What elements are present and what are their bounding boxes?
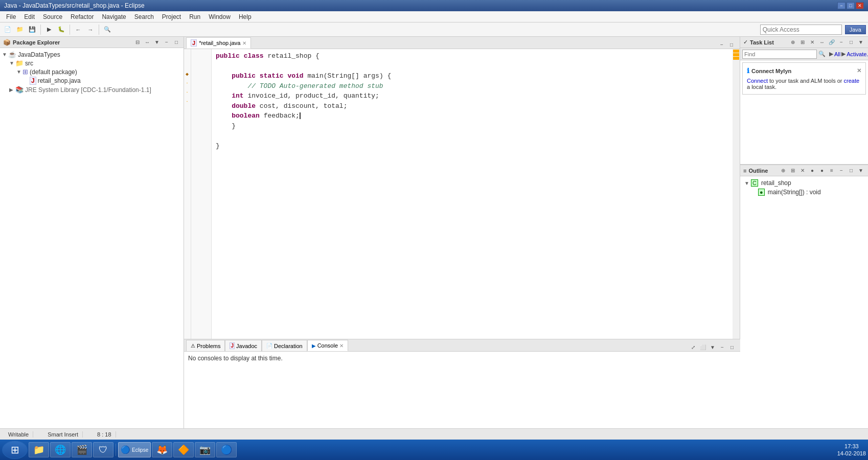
menu-file[interactable]: File <box>2 12 20 21</box>
editor-minimize-button[interactable]: − <box>718 40 726 49</box>
taskbar-firefox[interactable]: 🦊 <box>152 442 172 457</box>
tree-item-default-package[interactable]: ▼ ⊞ (default package) <box>0 67 184 76</box>
toolbar-save[interactable]: 💾 <box>27 24 38 35</box>
task-list-btn-4[interactable]: ↔ <box>818 38 826 47</box>
connect-mylyn-text-1: to your task and ALM tools or <box>769 78 844 84</box>
task-list-btn-1[interactable]: ⊕ <box>789 38 797 47</box>
toolbar-open[interactable]: 📁 <box>14 24 26 35</box>
outline-menu-button[interactable]: ▼ <box>857 167 865 175</box>
console-toolbar-btn-1[interactable]: ⤢ <box>689 343 697 351</box>
vlc-icon: 🔶 <box>178 444 189 455</box>
task-list-maximize-button[interactable]: □ <box>847 38 855 47</box>
tree-item-retail-shop-java[interactable]: J retail_shop.java <box>0 76 184 85</box>
toolbar-run[interactable]: ▶ <box>43 24 55 35</box>
java-perspective-button[interactable]: Java <box>845 25 866 34</box>
bottom-tab-console[interactable]: ▶ Console ✕ <box>307 340 348 351</box>
console-toolbar-btn-3[interactable]: ▼ <box>709 343 717 351</box>
outline-item-main[interactable]: ● main(String[]) : void <box>742 188 866 197</box>
start-button[interactable]: ⊞ <box>2 441 28 459</box>
tree-arrow: ▼ <box>16 69 21 75</box>
outline-item-retail-shop[interactable]: ▼ C retail_shop <box>742 178 866 188</box>
connect-mylyn-text-2: a local task. <box>747 84 776 90</box>
editor-tab-retail-shop[interactable]: J *retail_shop.java ✕ <box>186 37 251 49</box>
menu-edit[interactable]: Edit <box>20 12 39 21</box>
outline-btn-1[interactable]: ⊕ <box>779 167 787 175</box>
outline-btn-6[interactable]: ≡ <box>828 167 836 175</box>
minimize-button[interactable]: − <box>837 2 846 9</box>
bottom-tab-javadoc[interactable]: J Javadoc <box>225 340 262 351</box>
menu-navigate[interactable]: Navigate <box>98 12 130 21</box>
taskbar-app[interactable]: 🔵 <box>216 442 237 457</box>
menu-refactor[interactable]: Refactor <box>66 12 98 21</box>
taskbar-cam[interactable]: 📷 <box>195 442 215 457</box>
bottom-tab-declaration[interactable]: 📄 Declaration <box>262 340 307 351</box>
editor-content[interactable]: ◆ ⬝ ⬝ ⬝ <box>184 49 740 339</box>
method-icon: ● <box>758 189 765 196</box>
toolbar-separator-1 <box>40 25 41 35</box>
taskbar-vlc[interactable]: 🔶 <box>173 442 194 457</box>
toolbar-new[interactable]: 📄 <box>2 24 13 35</box>
task-list-minimize-button[interactable]: − <box>837 38 846 47</box>
task-list-panel: ✓ Task List ⊕ ⊞ ✕ ↔ 🔗 − □ ▼ 🔍 ▶ <box>740 37 868 165</box>
outline-btn-3[interactable]: ✕ <box>798 167 807 175</box>
toolbar-search[interactable]: 🔍 <box>102 24 113 35</box>
all-link[interactable]: All <box>834 51 840 57</box>
toolbar-debug[interactable]: 🐛 <box>56 24 67 35</box>
quick-access-input[interactable] <box>760 25 842 35</box>
activate-link[interactable]: Activate... <box>847 51 868 57</box>
menu-help[interactable]: Help <box>235 12 256 21</box>
class-icon: C <box>751 179 758 187</box>
taskbar-eclipse[interactable]: 🔵 Eclipse <box>118 442 151 457</box>
taskbar-eclipse-label: Eclipse <box>132 447 148 453</box>
taskbar-separator <box>116 444 116 456</box>
tree-item-src[interactable]: ▼ 📁 src <box>0 59 184 67</box>
tree-item-javadatatypes[interactable]: ▼ ☕ JavaDataTypes <box>0 50 184 59</box>
outline-btn-5[interactable]: ● <box>818 167 826 175</box>
info-icon: ℹ <box>747 67 749 75</box>
toolbar-next[interactable]: → <box>85 24 96 35</box>
editor-maximize-button[interactable]: □ <box>727 40 736 49</box>
view-menu-button[interactable]: ▼ <box>153 38 161 47</box>
create-link[interactable]: create <box>844 78 860 84</box>
menu-search[interactable]: Search <box>130 12 158 21</box>
task-list-search-icon[interactable]: 🔍 <box>818 50 826 59</box>
console-tab-close[interactable]: ✕ <box>339 343 344 349</box>
minimize-panel-button[interactable]: − <box>163 38 171 47</box>
connect-mylyn-close[interactable]: ✕ <box>857 67 861 74</box>
outline-btn-4[interactable]: ● <box>808 167 816 175</box>
console-maximize-button[interactable]: □ <box>728 343 736 351</box>
taskbar-media[interactable]: 🎬 <box>72 442 92 457</box>
task-list-btn-5[interactable]: 🔗 <box>828 38 836 47</box>
maximize-button[interactable]: □ <box>847 2 855 9</box>
task-list-btn-2[interactable]: ⊞ <box>798 38 807 47</box>
tree-arrow: ▼ <box>2 52 7 57</box>
collapse-all-button[interactable]: ⊟ <box>133 38 142 47</box>
menu-window[interactable]: Window <box>204 12 235 21</box>
console-minimize-button[interactable]: − <box>718 343 726 351</box>
tree-item-label: JRE System Library [CDC-1.1/Foundation-1… <box>25 86 151 94</box>
task-list-menu-button[interactable]: ▼ <box>857 38 865 47</box>
code-editor[interactable]: public class retail_shop { public static… <box>212 49 733 339</box>
outline-btn-2[interactable]: ⊞ <box>789 167 797 175</box>
task-list-find-input[interactable] <box>742 50 817 59</box>
outline-maximize-button[interactable]: □ <box>847 167 855 175</box>
task-list-btn-3[interactable]: ✕ <box>808 38 816 47</box>
console-toolbar-btn-2[interactable]: ⬜ <box>699 343 707 351</box>
menu-project[interactable]: Project <box>158 12 185 21</box>
connect-link[interactable]: Connect <box>747 78 768 84</box>
tab-close-button[interactable]: ✕ <box>242 40 246 46</box>
link-editor-button[interactable]: ↔ <box>143 38 151 47</box>
menu-run[interactable]: Run <box>185 12 204 21</box>
gutter-marker-warning-1: ⬝ <box>184 79 190 88</box>
close-button[interactable]: ✕ <box>856 2 864 9</box>
maximize-panel-button[interactable]: □ <box>172 38 180 47</box>
strip-marker-1 <box>733 50 739 53</box>
taskbar-browser1[interactable]: 🌐 <box>50 442 71 457</box>
tree-item-jre-library[interactable]: ▶ 📚 JRE System Library [CDC-1.1/Foundati… <box>0 85 184 94</box>
taskbar-shield[interactable]: 🛡 <box>93 442 113 457</box>
outline-minimize-button[interactable]: − <box>837 167 846 175</box>
toolbar-prev[interactable]: ← <box>73 24 84 35</box>
taskbar-explorer[interactable]: 📁 <box>29 442 49 457</box>
bottom-tab-problems[interactable]: ⚠ Problems <box>186 340 225 351</box>
menu-source[interactable]: Source <box>39 12 66 21</box>
